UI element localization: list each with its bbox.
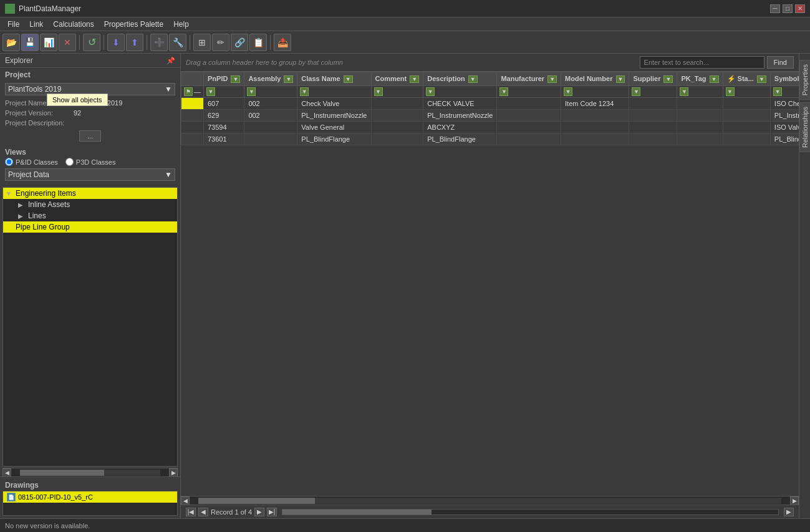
filter-icon-classname: ▼ [344,75,353,83]
toolbar-export-button[interactable]: 📊 [40,34,57,51]
table-row[interactable]: 607002Check ValveCHECK VALVEItem Code 12… [181,98,799,110]
close-button[interactable]: ✕ [795,4,805,13]
tree-item-lines[interactable]: ▶ Lines [3,210,177,221]
tree-item-inline-assets[interactable]: ▶ Inline Assets [3,199,177,210]
hscroll-left-btn[interactable]: ◀ [181,496,190,505]
toolbar-refresh-button[interactable]: ↺ [83,34,100,51]
radio-pid-classes[interactable]: P&ID Classes [5,158,58,166]
tooltip: Show all objects [47,94,108,106]
menu-calculations[interactable]: Calculations [48,19,99,30]
menu-properties-palette[interactable]: Properties Palette [99,19,168,30]
next-page-button[interactable]: ▶ [254,508,264,516]
hscroll-track[interactable] [20,470,160,476]
hscroll-right-btn[interactable]: ▶ [790,496,799,505]
pg-scroll-right-btn[interactable]: ▶ [784,508,794,516]
filter-cell-symbol-name[interactable]: ▼ [770,86,799,98]
drawings-section-label: Drawings [2,480,178,491]
filter-cell-model-number[interactable]: ▼ [561,86,629,98]
cell-manufacturer [497,110,561,122]
toolbar-link-button[interactable]: 🔗 [231,34,248,51]
cell-pnpid: 607 [204,98,244,110]
tree-item-engineering-items[interactable]: ▼ Engineering Items [3,188,177,199]
data-table-container[interactable]: PnPID ▼ Assembly ▼ Class Name ▼ Comment … [181,72,799,496]
radio-p3d-classes[interactable]: P3D Classes [65,158,116,166]
table-row[interactable]: 73594Valve GeneralABCXYZISO Valve - Gene… [181,122,799,133]
th-assembly[interactable]: Assembly ▼ [244,72,297,86]
toolbar: 📂 💾 Show all objects 📊 ✕ ↺ ⬇ ⬆ ➕ 🔧 ⊞ ✏ 🔗… [0,31,810,54]
radio-pid-input[interactable] [5,158,13,166]
th-supplier[interactable]: Supplier ▼ [629,72,677,86]
properties-tab[interactable]: Properties [799,60,811,100]
toolbar-grid-button[interactable]: ⊞ [193,34,211,51]
radio-pid-label: P&ID Classes [16,158,58,166]
th-pnpid[interactable]: PnPID ▼ [204,72,244,86]
maximize-button[interactable]: □ [783,4,793,13]
last-page-button[interactable]: ▶| [267,508,277,516]
toolbar-close-button[interactable]: ✕ [59,34,76,51]
th-comment[interactable]: Comment ▼ [371,72,423,86]
prev-page-button[interactable]: ◀ [198,508,208,516]
menu-help[interactable]: Help [168,19,194,30]
project-desc-button[interactable]: ... [79,130,101,142]
horizontal-scrollbar[interactable]: ◀ ▶ [181,496,799,505]
filter-cell-status[interactable]: ▼ [723,86,770,98]
panel-pin-icon[interactable]: 📌 [166,57,175,65]
drawing-file-icon: 📄 [7,493,16,501]
hscroll-right-arrow[interactable]: ▶ [169,468,178,477]
toolbar-save-button[interactable]: 💾 Show all objects [21,34,39,51]
hscroll-track[interactable] [198,498,781,504]
th-pk-tag[interactable]: PK_Tag ▼ [677,72,723,86]
hscroll-left-arrow[interactable]: ◀ [2,468,11,477]
table-row[interactable]: 73601PL_BlindFlangePL_BlindFlangePL_Blin… [181,133,799,145]
th-model-number[interactable]: Model Number ▼ [561,72,629,86]
hscroll-thumb[interactable] [198,498,315,504]
toolbar-table-button[interactable]: 📋 [249,34,267,51]
drawing-item[interactable]: 📄 0815-007-PID-10_v5_rC [3,491,177,503]
cell-status [723,133,770,145]
radio-p3d-input[interactable] [65,158,74,166]
th-symbol-name[interactable]: Symbol Name ▼ [770,72,799,86]
table-filter-row: ⚑ — ▼ ▼ ▼ ▼ ▼ ▼ ▼ ▼ ▼ [181,86,799,98]
filter-cell-pk-tag[interactable]: ▼ [677,86,723,98]
pagination-thumb[interactable] [282,510,431,515]
th-status[interactable]: ⚡ Sta... ▼ [723,72,770,86]
th-classname[interactable]: Class Name ▼ [297,72,371,86]
filter-cell-manufacturer[interactable]: ▼ [497,86,561,98]
find-button[interactable]: Find [767,56,794,69]
toolbar-import1-button[interactable]: ⬇ [107,34,125,51]
pagination-scrollbar[interactable] [282,509,779,515]
toolbar-edit-button[interactable]: ✏ [212,34,229,51]
toolbar-export2-button[interactable]: 📤 [274,34,291,51]
menu-link[interactable]: Link [24,19,48,30]
cell-comment [371,122,423,133]
relationships-tab[interactable]: Relationships [799,102,811,152]
toolbar-add1-button[interactable]: ➕ [150,34,168,51]
filter-icon-pk-tag: ▼ [710,75,719,83]
views-dropdown-arrow: ▼ [165,170,172,179]
toolbar-separator-4 [190,35,190,50]
left-horizontal-scrollbar[interactable]: ◀ ▶ [2,468,178,476]
filter-cell-description[interactable]: ▼ [423,86,497,98]
cell-status [723,122,770,133]
views-dropdown[interactable]: Project Data ▼ [5,168,175,181]
menu-file[interactable]: File [2,19,24,30]
filter-cell-classname[interactable]: ▼ [297,86,371,98]
th-description[interactable]: Description ▼ [423,72,497,86]
toolbar-open-button[interactable]: 📂 [2,34,20,51]
project-tree[interactable]: ▼ Engineering Items ▶ Inline Assets ▶ Li… [2,187,178,467]
toolbar-add2-button[interactable]: 🔧 [169,34,186,51]
tree-item-pipe-line-group[interactable]: Pipe Line Group [3,221,177,233]
filter-cell-supplier[interactable]: ▼ [629,86,677,98]
th-manufacturer[interactable]: Manufacturer ▼ [497,72,561,86]
project-version-label: Project Version: [5,109,74,117]
table-row[interactable]: 629002PL_InstrumentNozzlePL_InstrumentNo… [181,110,799,122]
search-input[interactable] [640,56,764,69]
minimize-button[interactable]: ─ [770,4,780,13]
hscroll-thumb[interactable] [20,470,104,476]
first-page-button[interactable]: |◀ [186,508,196,516]
filter-cell-comment[interactable]: ▼ [371,86,423,98]
filter-cell-assembly[interactable]: ▼ [244,86,297,98]
filter-cell-pnpid[interactable]: ▼ [204,86,244,98]
toolbar-import2-button[interactable]: ⬆ [126,34,143,51]
cell-status [723,110,770,122]
